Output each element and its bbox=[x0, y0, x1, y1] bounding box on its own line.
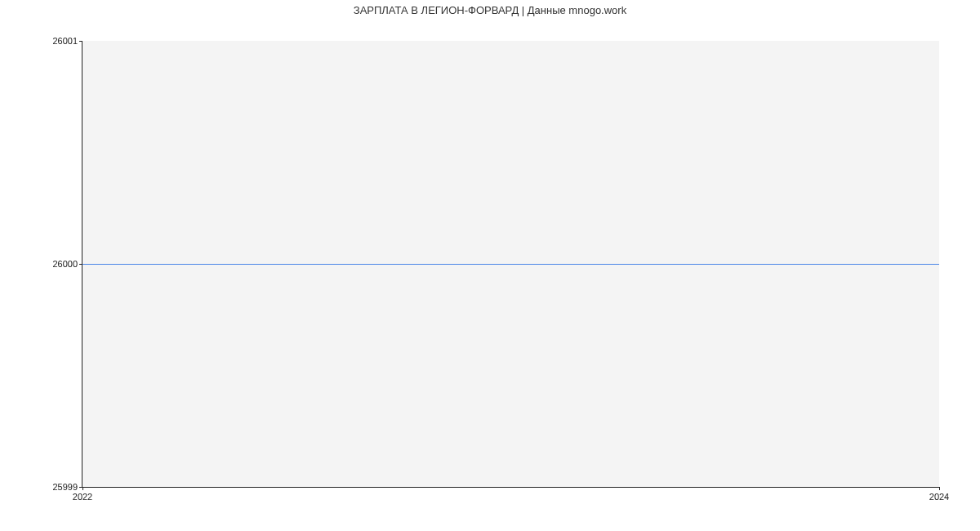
x-tick-mark bbox=[939, 487, 940, 490]
x-tick-label: 2022 bbox=[73, 492, 92, 502]
y-tick-mark bbox=[79, 41, 82, 42]
chart-title: ЗАРПЛАТА В ЛЕГИОН-ФОРВАРД | Данные mnogo… bbox=[0, 4, 980, 16]
y-tick-label: 26000 bbox=[52, 259, 82, 269]
chart-data-line bbox=[82, 264, 939, 265]
x-tick-label: 2024 bbox=[929, 492, 949, 502]
chart-plot-area: 26001 26000 25999 2022 2024 bbox=[82, 41, 939, 488]
x-tick-mark bbox=[82, 487, 83, 490]
y-tick-label: 25999 bbox=[52, 482, 82, 492]
y-tick-label: 26001 bbox=[52, 36, 82, 46]
